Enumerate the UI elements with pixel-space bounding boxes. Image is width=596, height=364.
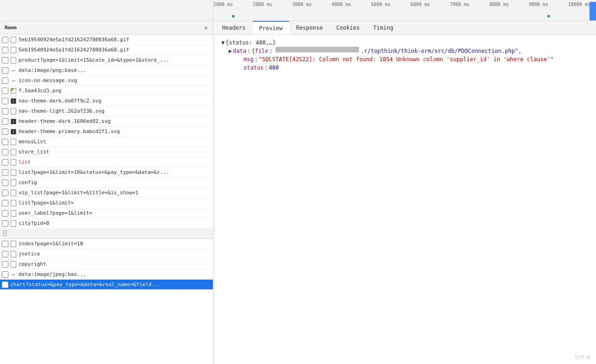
item-checkbox[interactable] bbox=[2, 37, 8, 43]
list-item[interactable]: city?pid=0 bbox=[0, 218, 213, 229]
tick-6: 6000 ms bbox=[410, 2, 430, 7]
list-item[interactable]: s header-theme-primary.babcd2f1.svg bbox=[0, 127, 213, 137]
json-msg-value: "SQLSTATE[42S22]: Column not found: 1054… bbox=[259, 55, 554, 64]
list-item[interactable]: config bbox=[0, 178, 213, 188]
json-status-line: status : 400 bbox=[221, 64, 590, 72]
json-data-line[interactable]: ▶ data : { file : .r/topthink/think-orm/… bbox=[221, 47, 590, 55]
item-checkbox[interactable] bbox=[2, 169, 8, 176]
item-checkbox[interactable] bbox=[2, 47, 8, 53]
minus-icon: − bbox=[10, 271, 17, 278]
item-checkbox[interactable] bbox=[2, 220, 8, 227]
svg-dark-icon: s bbox=[10, 118, 17, 125]
list-item[interactable]: 5eb19540924e5a1fd216242780836a68.gif bbox=[0, 45, 213, 55]
doc-icon bbox=[10, 179, 17, 186]
list-item[interactable]: menusList bbox=[0, 137, 213, 147]
item-checkbox[interactable] bbox=[2, 261, 8, 268]
list-item[interactable]: product?page=1&limit=15&cate_id=&type=1&… bbox=[0, 55, 213, 65]
list-item[interactable]: s header-theme-dark.1606ed02.svg bbox=[0, 116, 213, 127]
img-icon bbox=[10, 88, 17, 94]
list-item[interactable]: − icon-no-message.svg bbox=[0, 76, 213, 86]
tick-2: 2000 ms bbox=[253, 2, 272, 7]
tab-timing[interactable]: Timing bbox=[367, 21, 400, 34]
tick-10: 10000 ms bbox=[568, 2, 590, 7]
tab-headers[interactable]: Headers bbox=[216, 21, 253, 34]
item-checkbox[interactable] bbox=[2, 118, 8, 125]
item-checkbox[interactable] bbox=[2, 88, 8, 94]
list-item[interactable]: store_list bbox=[0, 147, 213, 157]
collapse-icon[interactable]: ▼ bbox=[221, 38, 224, 47]
list-item[interactable]: list?page=1&limit= bbox=[0, 198, 213, 208]
json-file-suffix: .r/topthink/think-orm/src/db/PDOConnecti… bbox=[361, 47, 522, 55]
list-item[interactable]: − data:image/jpeg;bas... bbox=[0, 269, 213, 280]
list-item[interactable]: f.5aa43cd3.png bbox=[0, 86, 213, 96]
item-checkbox[interactable] bbox=[2, 179, 8, 186]
tick-4: 4000 ms bbox=[332, 2, 351, 7]
doc-icon bbox=[10, 57, 17, 64]
doc-icon bbox=[10, 220, 17, 227]
doc-icon bbox=[10, 149, 17, 155]
expand-data-icon[interactable]: ▶ bbox=[229, 47, 232, 55]
timeline-ticks: 1000 ms 2000 ms 3000 ms 4000 ms 5000 ms … bbox=[213, 0, 596, 20]
list-item[interactable]: jnotice bbox=[0, 249, 213, 259]
doc-icon bbox=[10, 251, 17, 257]
tick-1: 1000 ms bbox=[213, 2, 233, 7]
item-checkbox[interactable] bbox=[2, 108, 8, 115]
tab-preview[interactable]: Preview bbox=[253, 21, 290, 34]
item-checkbox[interactable] bbox=[2, 251, 8, 257]
doc-icon bbox=[10, 169, 17, 176]
tick-3: 3000 ms bbox=[292, 2, 312, 7]
item-checkbox[interactable] bbox=[2, 77, 8, 84]
right-panel: Headers Preview Response Cookies Timing … bbox=[216, 21, 596, 364]
json-msg-key: msg bbox=[244, 55, 254, 64]
tab-response[interactable]: Response bbox=[289, 21, 330, 34]
panel-splitter[interactable] bbox=[213, 21, 216, 364]
item-checkbox[interactable] bbox=[2, 139, 8, 145]
item-checkbox[interactable] bbox=[2, 271, 8, 278]
list-item[interactable]: list?page=1&limit=10&status=&pay_type=&d… bbox=[0, 167, 213, 178]
item-checkbox[interactable] bbox=[2, 67, 8, 74]
list-item[interactable]: s nav-theme-dark.da07f9c2.svg bbox=[0, 96, 213, 106]
timeline-spacer bbox=[0, 0, 213, 20]
json-file-key: file bbox=[255, 47, 269, 55]
doc-icon bbox=[10, 261, 17, 268]
tab-cookies[interactable]: Cookies bbox=[330, 21, 367, 34]
item-checkbox[interactable] bbox=[2, 241, 8, 247]
list-item[interactable]: vip_list?page=1&limit=&title=&is_show=1 bbox=[0, 188, 213, 198]
timeline-blue-bar bbox=[590, 2, 596, 21]
json-msg-line: msg : "SQLSTATE[42S22]: Column not found… bbox=[221, 55, 590, 64]
item-checkbox[interactable] bbox=[2, 149, 8, 155]
list-item[interactable]: copyright bbox=[0, 259, 213, 269]
item-checkbox[interactable] bbox=[2, 210, 8, 217]
tick-5: 5000 ms bbox=[371, 2, 391, 7]
item-checkbox[interactable] bbox=[2, 200, 8, 206]
doc-icon bbox=[10, 190, 17, 196]
item-checkbox[interactable] bbox=[2, 159, 8, 166]
svg-dark-icon: s bbox=[10, 98, 17, 104]
name-column-header: Name bbox=[0, 21, 199, 34]
doc-selected-icon bbox=[2, 281, 8, 288]
doc-icon bbox=[10, 47, 17, 53]
json-status-value: 400 bbox=[269, 64, 279, 72]
list-item-selected[interactable]: chart?status=&pay_type=&data=&real_name=… bbox=[0, 280, 213, 290]
green-dot-1 bbox=[232, 15, 235, 18]
doc-icon bbox=[10, 241, 17, 247]
json-root-line[interactable]: ▼ {status: 400,…} bbox=[221, 38, 590, 47]
list-item[interactable]: index?page=1&limit=10 bbox=[0, 239, 213, 249]
drag-handle: ⠿ bbox=[0, 229, 213, 239]
item-checkbox[interactable] bbox=[2, 128, 8, 135]
network-list[interactable]: Name × 5eb19540924e5a1fd216242780836a68.… bbox=[0, 21, 213, 364]
list-item[interactable]: user_label?page=1&limit= bbox=[0, 208, 213, 218]
minus-icon: − bbox=[10, 67, 17, 74]
item-checkbox[interactable] bbox=[2, 190, 8, 196]
network-list-header: Name × bbox=[0, 21, 213, 35]
list-item[interactable]: list bbox=[0, 157, 213, 167]
close-panel-button[interactable]: × bbox=[199, 24, 212, 32]
minus-icon: − bbox=[10, 77, 17, 84]
list-item[interactable]: 5eb19540924e5a1fd216242780836a68.gif bbox=[0, 35, 213, 45]
doc-icon bbox=[10, 159, 17, 166]
json-root-label: {status: 400,…} bbox=[225, 38, 276, 47]
list-item[interactable]: nav-theme-light.262af236.svg bbox=[0, 106, 213, 116]
item-checkbox[interactable] bbox=[2, 98, 8, 104]
item-checkbox[interactable] bbox=[2, 57, 8, 64]
list-item[interactable]: − data:image/png;base... bbox=[0, 65, 213, 76]
